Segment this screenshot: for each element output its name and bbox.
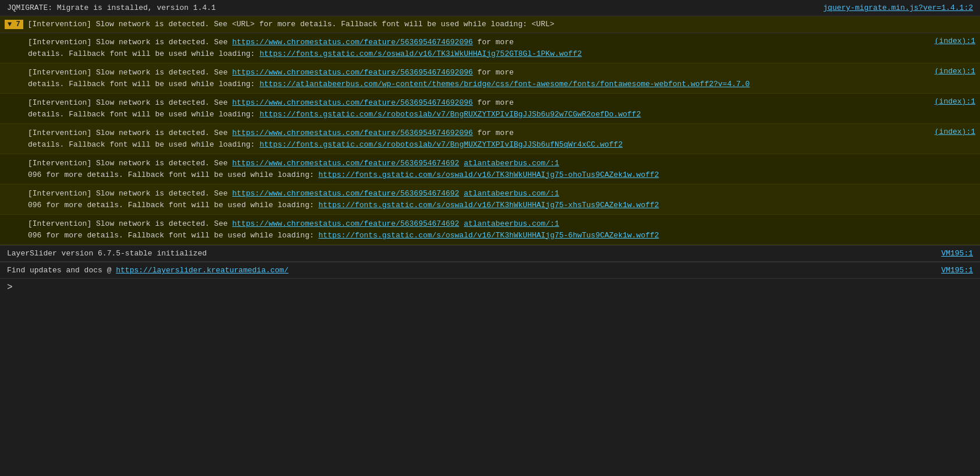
group-toggle-button[interactable]: ▼ 7 (5, 20, 23, 29)
entry-source-3[interactable]: (index):1 (917, 97, 975, 106)
jqmigrate-source-link[interactable]: jquery-migrate.min.js?ver=1.4.1:2 (823, 3, 973, 12)
entry-text-2-part1: [Intervention] Slow network is detected.… (28, 68, 232, 77)
entry-text-2-part2: for more (473, 68, 514, 77)
chromestatus-link-5a[interactable]: https://www.chromestatus.com/feature/563… (232, 159, 459, 168)
console-container: JQMIGRATE: Migrate is installed, version… (0, 0, 980, 476)
console-entry-5: [Intervention] Slow network is detected.… (0, 154, 980, 184)
entry-text-1: [Intervention] Slow network is detected.… (28, 37, 910, 59)
layerslider-source[interactable]: VM195:1 (941, 249, 973, 258)
entry-source-2[interactable]: (index):1 (917, 67, 975, 76)
top-bar: JQMIGRATE: Migrate is installed, version… (0, 0, 980, 16)
console-body: ▼ 7 [Intervention] Slow network is detec… (0, 16, 980, 476)
toggle-label: ▼ 7 (8, 20, 20, 29)
chromestatus-link-6b[interactable]: atlantabeerbus.com/:1 (464, 189, 559, 198)
font-link-4[interactable]: https://fonts.gstatic.com/s/robotoslab/v… (260, 140, 623, 149)
console-entry-2: [Intervention] Slow network is detected.… (0, 63, 980, 94)
font-link-6[interactable]: https://fonts.gstatic.com/s/oswald/v16/T… (318, 201, 659, 209)
find-updates-entry: Find updates and docs @ https://layersli… (0, 262, 980, 279)
find-updates-text: Find updates and docs @ https://layersli… (7, 266, 289, 275)
chromestatus-link-5b[interactable]: atlantabeerbus.com/:1 (464, 159, 559, 168)
chromestatus-link-1[interactable]: https://www.chromestatus.com/feature/563… (232, 38, 473, 47)
group-header-text: [Intervention] Slow network is detected.… (28, 20, 975, 29)
console-entry-3: [Intervention] Slow network is detected.… (0, 94, 980, 124)
font-link-2[interactable]: https://atlantabeerbus.com/wp-content/th… (260, 80, 750, 88)
find-updates-source[interactable]: VM195:1 (941, 266, 973, 275)
entry-text-3-part2: for more (473, 98, 514, 107)
chromestatus-link-6a[interactable]: https://www.chromestatus.com/feature/563… (232, 189, 459, 198)
entry-text-4-part1: [Intervention] Slow network is detected.… (28, 129, 232, 137)
layerslider-entry: LayerSlider version 6.7.5-stable initial… (0, 245, 980, 262)
console-entry-6: [Intervention] Slow network is detected.… (0, 184, 980, 215)
console-entry-7: [Intervention] Slow network is detected.… (0, 215, 980, 245)
entry-text-4-part2: for more (473, 129, 514, 137)
entry-text-4-part3: details. Fallback font will be used whil… (28, 140, 260, 149)
chromestatus-link-4[interactable]: https://www.chromestatus.com/feature/563… (232, 129, 473, 137)
entry-text-6-part1: [Intervention] Slow network is detected.… (28, 189, 232, 198)
font-link-5[interactable]: https://fonts.gstatic.com/s/oswald/v16/T… (318, 170, 659, 179)
find-updates-prefix: Find updates and docs @ (7, 266, 116, 275)
entry-text-6: [Intervention] Slow network is detected.… (28, 188, 975, 211)
console-prompt[interactable]: > (0, 279, 980, 296)
chromestatus-link-7a[interactable]: https://www.chromestatus.com/feature/563… (232, 219, 459, 228)
entry-text-1-part3: details. Fallback font will be used whil… (28, 49, 260, 58)
entry-text-2-part3: details. Fallback font will be used whil… (28, 80, 260, 88)
entry-text-3-part1: [Intervention] Slow network is detected.… (28, 98, 232, 107)
chromestatus-link-3[interactable]: https://www.chromestatus.com/feature/563… (232, 98, 473, 107)
chromestatus-link-7b[interactable]: atlantabeerbus.com/:1 (464, 219, 559, 228)
chromestatus-link-2[interactable]: https://www.chromestatus.com/feature/563… (232, 68, 473, 77)
jqmigrate-message: JQMIGRATE: Migrate is installed, version… (7, 3, 216, 12)
prompt-symbol: > (7, 282, 13, 293)
font-link-7[interactable]: https://fonts.gstatic.com/s/oswald/v16/T… (318, 231, 659, 240)
entry-text-3-part3: details. Fallback font will be used whil… (28, 110, 260, 119)
entry-text-1-part1: [Intervention] Slow network is detected.… (28, 38, 232, 47)
layerslider-docs-link[interactable]: https://layerslider.kreaturamedia.com/ (116, 266, 288, 275)
console-entry-1: [Intervention] Slow network is detected.… (0, 33, 980, 63)
entry-text-5: [Intervention] Slow network is detected.… (28, 158, 975, 180)
font-link-1[interactable]: https://fonts.gstatic.com/s/oswald/v16/T… (260, 49, 582, 58)
entry-text-5-part2: 096 for more details. Fallback font will… (28, 170, 318, 179)
entry-text-5-part1: [Intervention] Slow network is detected.… (28, 159, 232, 168)
font-link-3[interactable]: https://fonts.gstatic.com/s/robotoslab/v… (260, 110, 641, 119)
entry-source-1[interactable]: (index):1 (917, 37, 975, 45)
entry-text-7-part1: [Intervention] Slow network is detected.… (28, 219, 232, 228)
entry-text-1-part2: for more (473, 38, 514, 47)
layerslider-text: LayerSlider version 6.7.5-stable initial… (7, 249, 207, 258)
entry-text-4: [Intervention] Slow network is detected.… (28, 127, 910, 150)
entry-text-2: [Intervention] Slow network is detected.… (28, 67, 910, 90)
entry-source-4[interactable]: (index):1 (917, 127, 975, 136)
entry-text-3: [Intervention] Slow network is detected.… (28, 97, 910, 120)
entry-text-7: [Intervention] Slow network is detected.… (28, 218, 975, 241)
entry-text-7-part2: 096 for more details. Fallback font will… (28, 231, 318, 240)
group-header: ▼ 7 [Intervention] Slow network is detec… (0, 16, 980, 33)
console-entry-4: [Intervention] Slow network is detected.… (0, 124, 980, 154)
entry-text-6-part2: 096 for more details. Fallback font will… (28, 201, 318, 209)
